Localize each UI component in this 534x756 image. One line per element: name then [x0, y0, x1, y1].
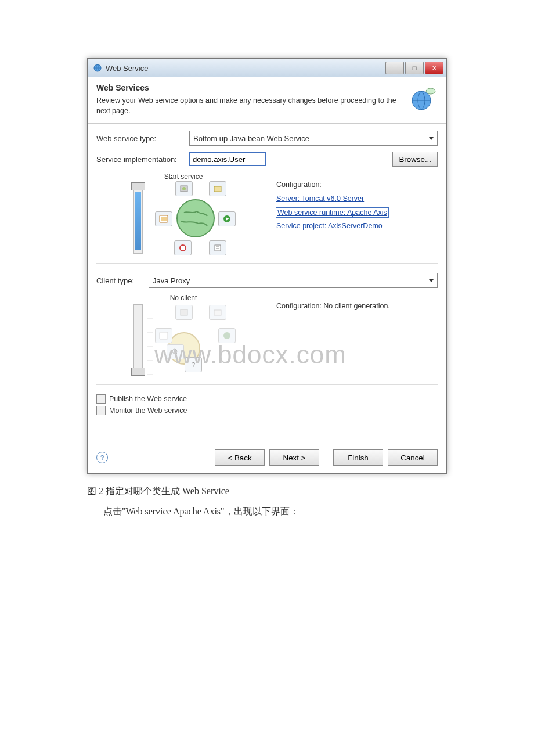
publish-checkbox[interactable]	[96, 394, 106, 404]
svg-point-20	[223, 332, 230, 339]
package-icon	[209, 181, 226, 196]
svg-point-21	[172, 349, 177, 354]
stop-icon	[174, 240, 192, 255]
paragraph-text: 点击"Web service Apache Axis"，出现以下界面：	[103, 506, 447, 518]
client-type-label: Client type:	[96, 276, 149, 285]
service-type-value: Bottom up Java bean Web Service	[193, 134, 309, 143]
maximize-button[interactable]: □	[405, 62, 424, 74]
svg-rect-12	[181, 246, 185, 250]
svg-rect-13	[215, 245, 221, 251]
button-bar: ? < Back Next > Finish Cancel	[88, 442, 446, 473]
service-level-slider[interactable]	[134, 183, 143, 254]
search-icon	[167, 344, 184, 359]
client-slider-label: No client	[170, 294, 197, 302]
service-slider-label: Start service	[164, 172, 203, 181]
svg-rect-17	[160, 332, 168, 339]
banner-image-icon	[409, 83, 438, 112]
service-config-heading: Configuration:	[276, 178, 438, 192]
chevron-down-icon	[429, 137, 434, 140]
service-type-label: Web service type:	[96, 134, 189, 143]
svg-rect-8	[214, 186, 221, 192]
service-panel: Start service	[96, 172, 438, 254]
window-title: Web Service	[106, 64, 148, 73]
web-service-icon	[93, 63, 102, 73]
svg-rect-19	[214, 310, 221, 315]
server-link[interactable]: Server: Tomcat v6.0 Server	[276, 195, 364, 203]
component-icon	[175, 305, 193, 320]
titlebar: Web Service — □ ✕	[88, 59, 446, 77]
runtime-link[interactable]: Web service runtime: Apache Axis	[276, 208, 388, 217]
service-icon-cluster	[158, 183, 233, 253]
web-service-dialog: Web Service — □ ✕ Web Services Review yo…	[87, 58, 447, 474]
separator	[96, 263, 438, 264]
service-type-combo[interactable]: Bottom up Java bean Web Service	[189, 131, 438, 146]
slider-ticks	[147, 305, 153, 375]
svg-point-3	[177, 200, 214, 237]
service-impl-label: Service implementation:	[96, 155, 189, 164]
component-icon	[175, 181, 193, 196]
monitor-checkbox[interactable]	[96, 406, 106, 415]
banner-description: Review your Web service options and make…	[96, 96, 409, 116]
close-button[interactable]: ✕	[425, 62, 443, 74]
package-icon	[209, 305, 226, 320]
monitor-label: Monitor the Web service	[109, 406, 187, 415]
client-level-slider[interactable]	[134, 304, 143, 375]
wsdl-icon	[155, 211, 172, 226]
figure-caption: 图 2 指定对哪个类生成 Web Service	[87, 485, 447, 498]
help-button[interactable]: ?	[96, 452, 108, 463]
client-icon-cluster: ?	[158, 305, 233, 375]
minimize-button[interactable]: —	[385, 62, 404, 74]
svg-point-7	[182, 187, 186, 190]
finish-button[interactable]: Finish	[333, 449, 383, 466]
play-icon	[218, 328, 236, 343]
slider-ticks	[147, 183, 153, 253]
client-config-text: Configuration: No client generation.	[276, 300, 438, 314]
client-type-value: Java Proxy	[153, 276, 190, 285]
publish-label: Publish the Web service	[109, 395, 187, 403]
help-icon: ?	[185, 357, 202, 372]
separator	[96, 384, 438, 385]
client-panel: No client	[96, 294, 438, 375]
service-project-link[interactable]: Service project: AxisServerDemo	[276, 222, 383, 230]
service-impl-input[interactable]	[189, 152, 266, 166]
next-button[interactable]: Next >	[269, 449, 319, 466]
svg-line-22	[176, 353, 178, 355]
client-type-combo[interactable]: Java Proxy	[149, 273, 438, 288]
cancel-button[interactable]: Cancel	[388, 449, 438, 466]
chevron-down-icon	[429, 279, 434, 282]
list-icon	[209, 240, 226, 255]
svg-rect-18	[181, 309, 187, 315]
wizard-banner: Web Services Review your Web service opt…	[88, 77, 446, 124]
wsdl-icon	[155, 328, 172, 343]
svg-rect-5	[161, 217, 167, 221]
svg-point-2	[426, 88, 435, 94]
globe-icon	[175, 198, 216, 240]
browse-button[interactable]: Browse...	[392, 152, 438, 167]
play-icon	[218, 211, 236, 226]
banner-title: Web Services	[96, 83, 409, 92]
back-button[interactable]: < Back	[215, 449, 265, 466]
